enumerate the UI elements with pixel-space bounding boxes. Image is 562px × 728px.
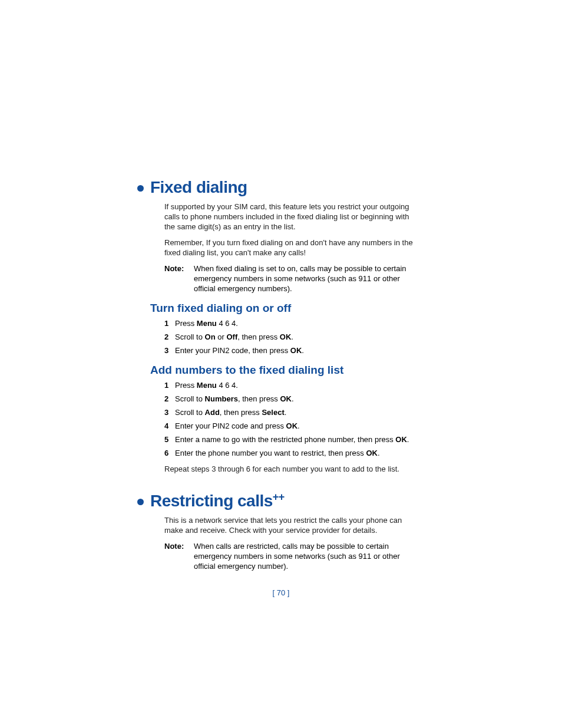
list-item: 1 Press Menu 4 6 4. [164, 380, 421, 390]
step-number: 2 [164, 394, 175, 404]
step-text: Press Menu 4 6 4. [175, 380, 421, 390]
list-item: 4 Enter your PIN2 code and press OK. [164, 421, 421, 431]
bullet-icon [137, 499, 144, 505]
bullet-icon [137, 185, 144, 192]
ordered-list: 1 Press Menu 4 6 4. 2 Scroll to Numbers,… [164, 380, 421, 458]
note-label: Note: [164, 263, 194, 294]
ordered-list: 1 Press Menu 4 6 4. 2 Scroll to On or Of… [164, 318, 421, 355]
note-text: When calls are restricted, calls may be … [194, 541, 421, 571]
sub-heading-add-numbers: Add numbers to the fixed dialing list [150, 364, 421, 377]
step-number: 4 [164, 421, 175, 431]
step-text: Enter your PIN2 code, then press OK. [175, 345, 421, 355]
note-block: Note: When fixed dialing is set to on, c… [164, 263, 421, 294]
heading-text: Fixed dialing [150, 178, 247, 196]
section-heading-fixed-dialing: Fixed dialing [150, 178, 421, 197]
section-heading-restricting-calls: Restricting calls++ [150, 492, 421, 510]
note-label: Note: [164, 541, 194, 571]
step-number: 5 [164, 434, 175, 444]
note-block: Note: When calls are restricted, calls m… [164, 541, 421, 571]
heading-text: Restricting calls [150, 492, 273, 510]
step-number: 2 [164, 332, 175, 342]
list-item: 1 Press Menu 4 6 4. [164, 318, 421, 328]
step-text: Enter the phone number you want to restr… [175, 448, 421, 458]
paragraph: Remember, If you turn fixed dialing on a… [164, 238, 421, 258]
note-text: When fixed dialing is set to on, calls m… [194, 263, 421, 294]
sub-heading-turn-on-off: Turn fixed dialing on or off [150, 302, 421, 315]
step-text: Scroll to On or Off, then press OK. [175, 332, 421, 342]
step-text: Enter your PIN2 code and press OK. [175, 421, 421, 431]
step-text: Scroll to Add, then press Select. [175, 407, 421, 417]
list-item: 3 Scroll to Add, then press Select. [164, 407, 421, 417]
paragraph: Repeat steps 3 through 6 for each number… [164, 464, 421, 474]
step-text: Press Menu 4 6 4. [175, 318, 421, 328]
document-page: Fixed dialing If supported by your SIM c… [0, 0, 562, 728]
step-text: Enter a name to go with the restricted p… [175, 434, 421, 444]
step-text: Scroll to Numbers, then press OK. [175, 394, 421, 404]
step-number: 3 [164, 345, 175, 355]
list-item: 3 Enter your PIN2 code, then press OK. [164, 345, 421, 355]
step-number: 3 [164, 407, 175, 417]
step-number: 1 [164, 380, 175, 390]
list-item: 6 Enter the phone number you want to res… [164, 448, 421, 458]
list-item: 5 Enter a name to go with the restricted… [164, 434, 421, 444]
step-number: 1 [164, 318, 175, 328]
page-number: [ 70 ] [0, 588, 562, 597]
heading-superscript: ++ [273, 491, 285, 503]
step-number: 6 [164, 448, 175, 458]
paragraph: This is a network service that lets you … [164, 515, 421, 535]
paragraph: If supported by your SIM card, this feat… [164, 202, 421, 232]
list-item: 2 Scroll to On or Off, then press OK. [164, 332, 421, 342]
list-item: 2 Scroll to Numbers, then press OK. [164, 394, 421, 404]
